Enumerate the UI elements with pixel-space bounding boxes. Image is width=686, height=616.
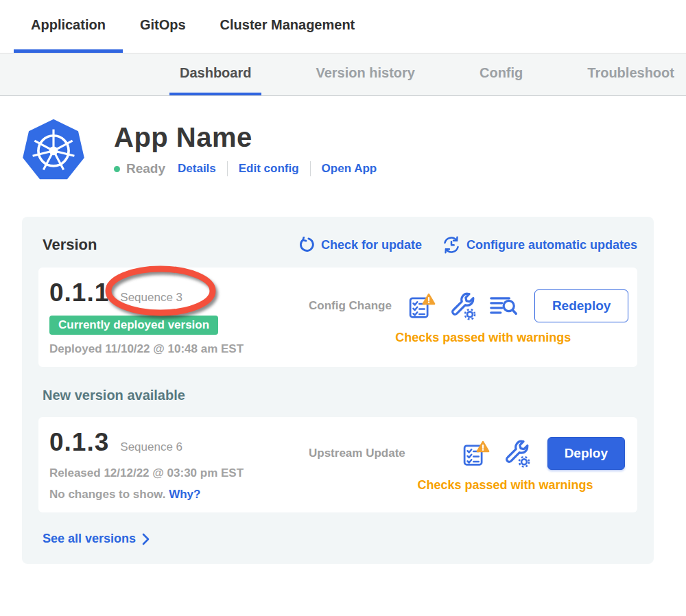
no-changes-text: No changes to show. bbox=[49, 488, 165, 501]
chevron-right-icon bbox=[142, 533, 150, 545]
tab-version-history[interactable]: Version history bbox=[305, 54, 425, 95]
new-version-number: 0.1.3 bbox=[49, 428, 109, 457]
tab-troubleshoot[interactable]: Troubleshoot bbox=[577, 54, 685, 95]
deployed-timestamp: Deployed 11/10/22 @ 10:48 am EST bbox=[49, 342, 276, 356]
checks-status-current[interactable]: Checks passed with warnings bbox=[276, 331, 628, 345]
tab-application[interactable]: Application bbox=[14, 0, 123, 53]
open-app-link[interactable]: Open App bbox=[322, 162, 377, 176]
edit-config-link[interactable]: Edit config bbox=[239, 162, 299, 176]
configure-automatic-updates-button[interactable]: Configure automatic updates bbox=[442, 236, 637, 254]
see-all-versions-label: See all versions bbox=[43, 532, 136, 546]
current-version-sequence: Sequence 3 bbox=[120, 291, 182, 305]
tab-gitops[interactable]: GitOps bbox=[123, 0, 203, 53]
redeploy-button[interactable]: Redeploy bbox=[534, 289, 629, 322]
primary-nav: Application GitOps Cluster Management bbox=[0, 0, 686, 54]
ready-status-dot-icon bbox=[114, 166, 120, 172]
version-source-label: Config Change bbox=[309, 299, 392, 313]
checks-status-new[interactable]: Checks passed with warnings bbox=[276, 478, 625, 493]
version-section: Version Check for update Configure autom… bbox=[22, 217, 654, 564]
app-header: App Name Ready Details Edit config Open … bbox=[22, 118, 686, 181]
wrench-gear-icon[interactable] bbox=[448, 292, 477, 320]
secondary-nav: Dashboard Version history Config Trouble… bbox=[0, 54, 686, 96]
current-version-card: 0.1.1 Sequence 3 Currently deployed vers… bbox=[38, 268, 637, 367]
details-link[interactable]: Details bbox=[178, 162, 216, 176]
check-for-update-label: Check for update bbox=[321, 238, 422, 252]
released-timestamp: Released 12/12/22 @ 03:30 pm EST bbox=[49, 466, 276, 480]
new-version-available-heading: New version available bbox=[43, 388, 637, 403]
preflight-checks-warning-icon[interactable] bbox=[462, 440, 490, 466]
currently-deployed-badge: Currently deployed version bbox=[49, 316, 218, 335]
deploy-button[interactable]: Deploy bbox=[547, 437, 625, 470]
see-all-versions-link[interactable]: See all versions bbox=[43, 532, 637, 546]
refresh-icon bbox=[298, 237, 315, 253]
app-status-label: Ready bbox=[126, 161, 165, 176]
version-source-label: Upstream Update bbox=[309, 447, 446, 460]
version-section-title: Version bbox=[43, 236, 97, 254]
configure-automatic-updates-label: Configure automatic updates bbox=[466, 238, 637, 252]
clock-refresh-icon bbox=[442, 236, 460, 254]
wrench-gear-icon[interactable] bbox=[502, 439, 531, 468]
diff-search-icon[interactable] bbox=[489, 294, 518, 318]
app-name-title: App Name bbox=[114, 122, 377, 153]
tab-config[interactable]: Config bbox=[469, 54, 533, 95]
tab-cluster-management[interactable]: Cluster Management bbox=[203, 0, 372, 53]
new-version-card: 0.1.3 Sequence 6 Released 12/12/22 @ 03:… bbox=[38, 417, 637, 512]
tab-dashboard[interactable]: Dashboard bbox=[169, 54, 261, 95]
preflight-checks-warning-icon[interactable] bbox=[408, 293, 436, 319]
why-link[interactable]: Why? bbox=[169, 488, 200, 501]
new-version-sequence: Sequence 6 bbox=[120, 440, 182, 454]
check-for-update-button[interactable]: Check for update bbox=[298, 237, 422, 253]
current-version-number: 0.1.1 bbox=[49, 279, 109, 307]
divider bbox=[310, 161, 311, 176]
divider bbox=[227, 161, 228, 176]
kubernetes-logo-icon bbox=[22, 118, 85, 181]
